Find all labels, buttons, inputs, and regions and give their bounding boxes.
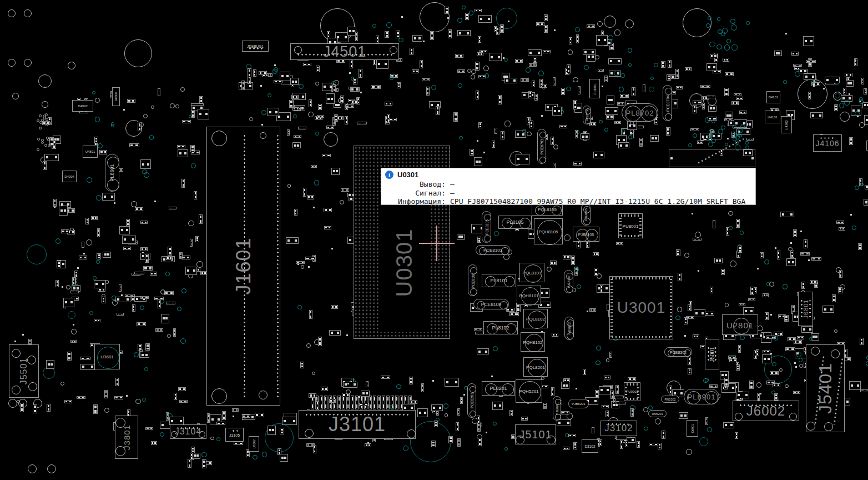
component-u4801[interactable]: U4801 [83, 146, 98, 158]
component-pl8601[interactable]: PL8601 [105, 154, 119, 192]
pad [721, 269, 725, 276]
component-pje8201[interactable]: PJE8201 [553, 396, 561, 421]
component-j4106[interactable]: J4106 [813, 134, 842, 152]
component-j5501[interactable]: J5501 [9, 344, 39, 398]
component-j5101[interactable]: J5101 [515, 424, 556, 444]
component-pce8704[interactable]: PCE8704 [663, 85, 672, 121]
component-j6801[interactable]: J6801 [798, 292, 813, 326]
component-pce8103[interactable]: PCE8103 [476, 245, 510, 255]
component-pql8101[interactable]: PQL8101 [519, 263, 544, 282]
component-j3102[interactable]: J3102 [600, 421, 637, 436]
component-pjb8105[interactable]: PJB8105 [573, 227, 599, 242]
component-pjb8201[interactable]: PJB8201 [568, 399, 589, 408]
component-j3801[interactable]: J3801 [115, 416, 138, 459]
pad [688, 357, 690, 365]
component-pce8203[interactable]: PCE8203 [467, 383, 476, 418]
pcb-board-canvas[interactable]: i U0301 Вывод:—Сигнал:—Информация:CPU FJ… [0, 0, 868, 480]
pad [492, 141, 495, 147]
test-point-icon [654, 63, 659, 68]
component-pu8701[interactable]: PU8701 [589, 79, 600, 98]
component-pl8105[interactable]: PL8105 [498, 216, 532, 229]
component-j5001[interactable]: J5001 [705, 339, 719, 369]
component-rn5201[interactable]: RN5201 [648, 410, 667, 417]
component-pqh8105[interactable]: PQH8105 [534, 218, 563, 244]
component-u4102[interactable]: U4102 [781, 116, 792, 133]
pad [765, 312, 769, 320]
component-u3601[interactable]: U3601 [94, 344, 120, 369]
component-d4904[interactable]: D4904 [62, 171, 77, 182]
component-d4101[interactable]: D4101 [766, 91, 780, 103]
pad [318, 337, 322, 346]
pad [573, 162, 582, 166]
component-pu9901[interactable]: PU9901 [624, 382, 640, 401]
via-icon [547, 267, 552, 272]
test-point-icon [599, 120, 603, 124]
pad [790, 242, 792, 244]
mount-hole-icon [705, 391, 718, 404]
component-j3105[interactable]: J3105 [225, 428, 244, 442]
component-label: D4904 [64, 175, 74, 178]
component-pqh8101[interactable]: PQH8101 [517, 286, 541, 305]
component-pql8201[interactable]: PQL8201 [523, 357, 548, 377]
component-pje8102[interactable]: PJE8102 [564, 317, 574, 340]
mount-hole-icon [524, 264, 542, 283]
pad [347, 383, 349, 384]
component-pqh5201[interactable]: PQH5201 [516, 379, 542, 403]
via-icon [71, 329, 77, 334]
pad [617, 102, 624, 106]
pad [800, 231, 802, 232]
component-u4101[interactable]: U4101 [765, 111, 780, 123]
pad [864, 88, 867, 94]
mount-hole-icon [260, 132, 266, 139]
component-pl8901[interactable]: PL8901 [684, 389, 719, 404]
component-rn5202[interactable]: RN5202 [661, 396, 679, 403]
component-pce8703[interactable]: PCE8703 [537, 129, 546, 164]
component-pl8702[interactable]: PL8702 [622, 103, 658, 122]
component-d6901[interactable]: D6901 [687, 420, 698, 437]
component-jdebug1[interactable]: JDEBUG1 [242, 41, 269, 52]
pad [409, 377, 413, 384]
component-pl8102[interactable]: PL8102 [483, 321, 518, 334]
component-pce8706[interactable]: PCE8706 [583, 106, 591, 124]
component-pce8105[interactable]: PCE8105 [482, 211, 491, 243]
component-j1601[interactable]: J1601 [206, 127, 280, 406]
component-j6002[interactable]: J6002 [733, 401, 799, 421]
component-pqh8102[interactable]: PQH8102 [521, 332, 545, 352]
component-j3104[interactable]: J3104 [170, 424, 206, 439]
component-u3001[interactable]: U3001 [609, 276, 673, 339]
mount-hole-icon [519, 218, 531, 229]
tooltip-header: i U0301 [381, 168, 755, 179]
pad [724, 118, 733, 121]
test-point-icon [140, 306, 144, 310]
component-j5401[interactable]: J5401 [806, 344, 845, 432]
component-label: RN5202 [664, 398, 675, 401]
component-u3102[interactable]: U3102 [249, 436, 259, 452]
component-pje8101[interactable]: PJE8101 [564, 270, 573, 293]
component-d3102[interactable]: D3102 [582, 439, 598, 453]
component-j4501[interactable]: J4501 [290, 43, 399, 60]
component-d4902[interactable]: D4902 [72, 100, 93, 112]
pad [178, 387, 186, 391]
component-pce8109[interactable]: PCE8109 [473, 299, 509, 309]
component-pql8102[interactable]: PQL8102 [523, 309, 548, 328]
component-pl8201[interactable]: PL8201 [482, 381, 515, 396]
component-j3101[interactable]: J3101 [299, 410, 416, 439]
pad [775, 247, 776, 249]
pad [576, 388, 577, 389]
component-pje8105[interactable]: PJE8105 [581, 203, 591, 226]
component-pce8302[interactable]: PCE8302 [664, 347, 692, 357]
component-pu8001[interactable]: PU8001 [618, 213, 643, 238]
pad [155, 328, 163, 332]
component-r8600[interactable]: R8600 [112, 87, 120, 106]
mount-hole-icon [567, 319, 574, 327]
pad [541, 115, 543, 117]
test-point-icon [746, 21, 750, 25]
component-pl8101[interactable]: PL8101 [482, 274, 516, 287]
test-point-icon [261, 110, 266, 115]
decoration [627, 383, 638, 386]
pad [294, 135, 301, 138]
pad [849, 93, 850, 95]
component-pce8106[interactable]: PCE8106 [468, 264, 477, 296]
component-u2801[interactable]: U2801 [722, 314, 758, 335]
pad [706, 96, 715, 98]
